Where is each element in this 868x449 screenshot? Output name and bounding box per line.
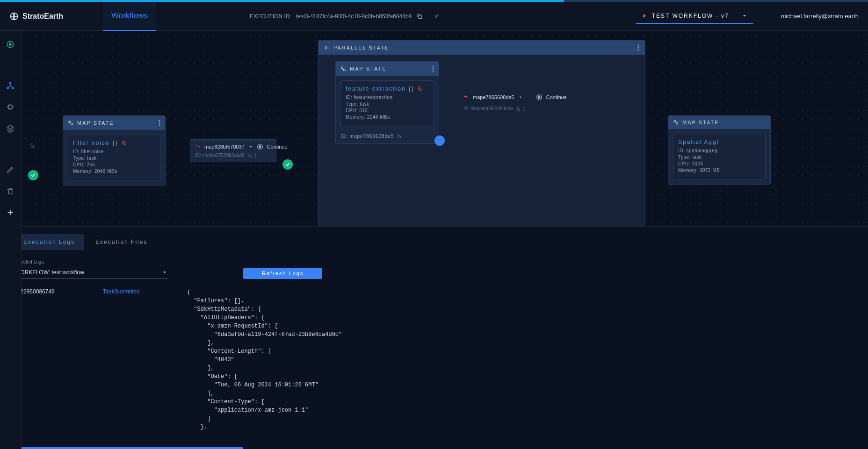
play-circle-icon bbox=[536, 94, 542, 100]
copy-icon[interactable] bbox=[29, 143, 35, 149]
svg-point-20 bbox=[638, 47, 639, 49]
chevron-down-icon bbox=[162, 270, 167, 275]
map-state-node-filter[interactable]: MAP STATE filter noise {} ID: filternois… bbox=[63, 115, 166, 185]
task-card-feature-extraction[interactable]: feature extraction {} ID: featureextract… bbox=[340, 80, 434, 126]
undo-icon[interactable] bbox=[195, 144, 201, 150]
add-icon[interactable] bbox=[6, 208, 15, 218]
svg-rect-13 bbox=[123, 143, 126, 145]
braces-icon: {} bbox=[113, 140, 118, 146]
node-header[interactable]: MAP STATE bbox=[63, 116, 165, 130]
copy-icon[interactable] bbox=[121, 140, 127, 146]
svg-point-33 bbox=[523, 110, 524, 111]
task-type: Type: task bbox=[678, 155, 760, 160]
node-title: MAP STATE bbox=[77, 120, 114, 126]
node-header[interactable]: PARALLEL STATE bbox=[318, 41, 645, 55]
workflow-selector-label: TEST WORKFLOW - v7 bbox=[652, 13, 729, 19]
workflow-canvas[interactable]: MAP STATE filter noise {} ID: filternois… bbox=[22, 31, 868, 226]
trash-icon[interactable] bbox=[6, 187, 15, 196]
braces-icon: {} bbox=[409, 86, 414, 92]
bottom-progress-bar bbox=[0, 447, 243, 449]
brand-logo[interactable]: StratoEarth bbox=[9, 12, 94, 21]
layers-icon[interactable] bbox=[6, 124, 15, 134]
svg-point-4 bbox=[7, 87, 8, 89]
svg-rect-23 bbox=[344, 69, 346, 71]
tab-execution-logs[interactable]: Execution Logs bbox=[14, 234, 84, 250]
continue-node-2[interactable]: mape7865608de5 Continue bbox=[463, 94, 567, 100]
svg-point-17 bbox=[255, 155, 256, 156]
svg-rect-34 bbox=[674, 121, 676, 122]
node-footer: ID: mape7865608de5 bbox=[336, 131, 439, 143]
svg-rect-15 bbox=[249, 155, 251, 157]
task-card-filter-noise[interactable]: filter noise {} ID: filternoise Type: ta… bbox=[68, 135, 160, 180]
continue-node-1[interactable]: map828bf570037 Continue ID: choice37539b… bbox=[190, 139, 276, 162]
selected-logs-value: WORKFLOW: test workflow bbox=[15, 269, 84, 276]
map-id: mape7865608de5 bbox=[473, 94, 514, 100]
selected-logs-select[interactable]: WORKFLOW: test workflow bbox=[14, 266, 168, 279]
task-title: filter noise bbox=[73, 140, 110, 146]
globe-icon bbox=[9, 12, 19, 21]
workflow-selector[interactable]: TEST WORKFLOW - v7 bbox=[636, 9, 753, 24]
svg-point-10 bbox=[159, 120, 160, 121]
node-title: PARALLEL STATE bbox=[333, 45, 389, 50]
log-row: 1722960086749 TaskSubmitted { "Failures"… bbox=[14, 288, 854, 431]
map-icon bbox=[68, 120, 73, 126]
svg-point-21 bbox=[638, 50, 639, 51]
choice-id: ID: choice37539b3a6d9 bbox=[195, 153, 245, 158]
more-icon[interactable] bbox=[159, 120, 160, 126]
brand-text: StratoEarth bbox=[22, 12, 63, 21]
task-id: ID: featureextraction bbox=[346, 95, 429, 100]
node-header[interactable]: MAP STATE bbox=[336, 62, 439, 76]
close-icon[interactable] bbox=[434, 14, 440, 19]
svg-rect-22 bbox=[341, 67, 343, 69]
more-icon[interactable] bbox=[255, 153, 256, 158]
more-icon[interactable] bbox=[523, 107, 525, 111]
app-header: StratoEarth Workflows EXECUTION ID: test… bbox=[0, 2, 868, 31]
node-title: MAP STATE bbox=[350, 66, 387, 71]
edit-icon[interactable] bbox=[6, 165, 15, 175]
map-state-node-feature[interactable]: MAP STATE feature extraction {} ID: feat… bbox=[335, 61, 439, 144]
status-running-icon bbox=[434, 135, 445, 146]
graph-icon[interactable] bbox=[6, 81, 15, 91]
task-cpu: CPU: 256 bbox=[73, 162, 155, 167]
svg-rect-35 bbox=[676, 123, 678, 125]
log-event: TaskSubmitted bbox=[103, 288, 168, 431]
svg-rect-27 bbox=[419, 88, 422, 91]
node-header[interactable]: MAP STATE bbox=[668, 116, 770, 129]
status-check-icon bbox=[282, 159, 293, 170]
execution-id-value: test3-4187fc4a-93f0-4c18-8c0b-b853fa6844… bbox=[296, 13, 412, 20]
tab-workflows[interactable]: Workflows bbox=[103, 2, 156, 31]
undo-icon[interactable] bbox=[463, 94, 469, 100]
svg-rect-8 bbox=[69, 121, 71, 123]
copy-icon[interactable] bbox=[417, 86, 423, 92]
svg-point-19 bbox=[638, 45, 639, 46]
parallel-state-node[interactable]: PARALLEL STATE MAP STATE feature extract… bbox=[318, 40, 645, 226]
user-email[interactable]: michael.farrelly@strato.earth bbox=[781, 13, 859, 20]
run-icon[interactable] bbox=[6, 40, 15, 50]
svg-rect-9 bbox=[71, 123, 73, 125]
task-type: Type: task bbox=[346, 101, 429, 107]
choice-id-row: ID: choiceb6900d64a0e bbox=[463, 106, 525, 111]
panel-tabs: Execution Logs Execution Files bbox=[14, 234, 854, 250]
map-state-node-spatial[interactable]: MAP STATE Spatial Aggr ID: spatialaggreg… bbox=[668, 115, 771, 185]
task-card-spatial[interactable]: Spatial Aggr ID: spatialaggreg Type: tas… bbox=[673, 134, 766, 179]
svg-rect-1 bbox=[419, 15, 422, 18]
tab-execution-files[interactable]: Execution Files bbox=[86, 234, 157, 250]
footer-id: ID: mape7865608de5 bbox=[340, 134, 394, 139]
cpu-icon[interactable] bbox=[6, 103, 15, 112]
copy-icon[interactable] bbox=[247, 153, 252, 158]
more-icon[interactable] bbox=[637, 44, 639, 51]
svg-point-25 bbox=[433, 68, 434, 70]
task-memory: Memory: 2048 MBs bbox=[346, 114, 429, 120]
copy-icon[interactable] bbox=[397, 134, 401, 139]
more-icon[interactable] bbox=[432, 65, 434, 72]
parallel-icon bbox=[324, 45, 330, 50]
chevron-down-icon[interactable] bbox=[518, 95, 523, 100]
copy-icon[interactable] bbox=[516, 107, 521, 111]
svg-point-5 bbox=[12, 87, 13, 89]
refresh-logs-button[interactable]: Refresh Logs bbox=[243, 268, 322, 279]
svg-point-12 bbox=[159, 125, 160, 126]
log-timestamp: 1722960086749 bbox=[14, 288, 84, 431]
copy-icon[interactable] bbox=[416, 13, 423, 20]
svg-point-31 bbox=[523, 107, 524, 107]
chevron-down-icon[interactable] bbox=[248, 144, 253, 149]
